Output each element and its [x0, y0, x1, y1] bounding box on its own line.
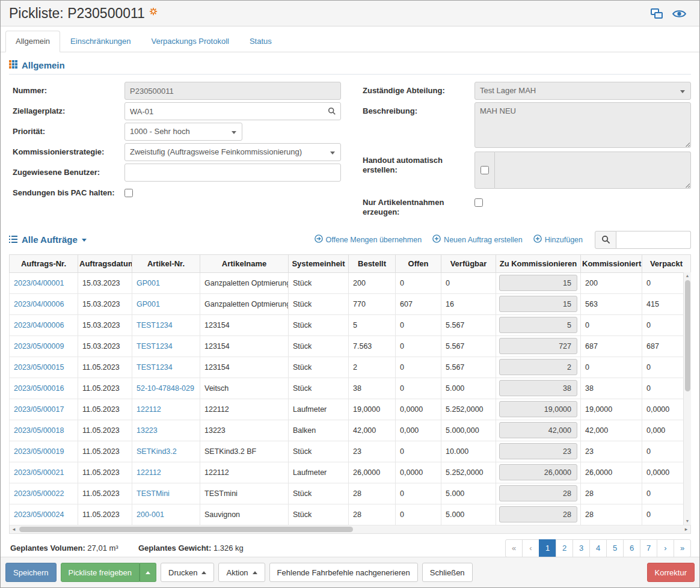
offene-mengen-uebernehmen-link[interactable]: Offene Mengen übernehmen: [315, 234, 422, 245]
search-icon[interactable]: [328, 107, 336, 117]
order-cell: 2023/05/00022: [10, 483, 78, 504]
scroll-up-icon[interactable]: ▲: [684, 272, 691, 280]
tab-verpackungs-protokoll[interactable]: Verpackungs Protokoll: [141, 31, 239, 52]
prioritaet-select[interactable]: 1000 - Sehr hoch: [124, 123, 242, 141]
zu-kommissionieren-input[interactable]: [499, 317, 577, 333]
article-number-link[interactable]: GP001: [137, 300, 160, 308]
page-«[interactable]: «: [505, 539, 523, 557]
page-5[interactable]: 5: [606, 539, 624, 557]
zu-kommissionieren-input[interactable]: [499, 338, 577, 354]
article-number-link[interactable]: TESTMini: [137, 489, 170, 498]
article-number-link[interactable]: 122112: [137, 468, 161, 477]
release-caret-button[interactable]: [140, 563, 156, 582]
zu-kommissionieren-input[interactable]: [499, 422, 577, 438]
order-number-link[interactable]: 2023/04/00001: [14, 279, 64, 287]
order-cell: SETKind3.2 BF: [200, 441, 289, 462]
column-header-zu-kommissionieren[interactable]: Zu Kommissionieren: [496, 254, 581, 272]
zu-kommissionieren-input[interactable]: [499, 485, 577, 501]
zu-kommissionieren-input[interactable]: [499, 275, 577, 291]
tab-status[interactable]: Status: [239, 31, 282, 52]
handout-checkbox[interactable]: [480, 166, 489, 174]
page-›[interactable]: ›: [657, 539, 674, 557]
column-header-verpackt[interactable]: Verpackt: [642, 254, 691, 272]
column-header-artikel-nr[interactable]: Artikel-Nr.: [132, 254, 200, 272]
order-number-link[interactable]: 2023/04/00006: [14, 300, 64, 308]
korrektur-button[interactable]: Korrektur: [647, 563, 695, 582]
zu-kommissionieren-input[interactable]: [499, 380, 577, 396]
order-number-link[interactable]: 2023/05/00015: [14, 363, 64, 372]
zu-kommissionieren-input[interactable]: [499, 443, 577, 459]
artikelentnahmen-checkbox[interactable]: [474, 198, 483, 207]
order-number-link[interactable]: 2023/05/00019: [14, 447, 64, 456]
page-‹[interactable]: ‹: [522, 539, 539, 557]
pac-checkbox[interactable]: [124, 189, 133, 197]
order-number-link[interactable]: 2023/05/00022: [14, 489, 64, 498]
scroll-down-icon[interactable]: ▼: [684, 518, 691, 525]
tab-einschr-nkungen[interactable]: Einschränkungen: [60, 31, 141, 52]
order-number-link[interactable]: 2023/05/00017: [14, 405, 64, 414]
horizontal-scrollbar-thumb[interactable]: [19, 527, 353, 532]
column-header-bestellt[interactable]: Bestellt: [349, 254, 396, 272]
zu-kommissionieren-input[interactable]: [499, 359, 577, 375]
vertical-scrollbar[interactable]: ▲ ▼: [683, 272, 691, 525]
zu-kommissionieren-input[interactable]: [499, 296, 577, 312]
regenerate-button[interactable]: Fehlende Fahrbefehle nachgenerieren: [269, 563, 418, 582]
column-header-kommissioniert[interactable]: Kommissioniert: [581, 254, 642, 272]
article-number-link[interactable]: 200-001: [137, 510, 164, 519]
neuen-auftrag-erstellen-link[interactable]: Neuen Auftrag erstellen: [432, 234, 523, 245]
column-header-artikelname[interactable]: Artikelname: [200, 254, 289, 272]
benutzer-label: Zugewiesene Benutzer:: [9, 164, 124, 177]
article-number-link[interactable]: TEST1234: [137, 321, 173, 329]
scroll-right-icon[interactable]: ▸: [682, 525, 690, 533]
page-3[interactable]: 3: [573, 539, 590, 557]
article-number-link[interactable]: SETKind3.2: [137, 447, 177, 456]
article-number-link[interactable]: TEST1234: [137, 342, 173, 351]
order-number-link[interactable]: 2023/05/00021: [14, 468, 64, 477]
order-cell: 2023/05/00024: [10, 504, 78, 525]
column-header-verf-gbar[interactable]: Verfügbar: [441, 254, 496, 272]
gear-icon[interactable]: [149, 7, 158, 17]
orders-dropdown[interactable]: Alle Aufträge: [9, 234, 87, 245]
page-7[interactable]: 7: [640, 539, 657, 557]
eye-icon[interactable]: [672, 9, 686, 19]
hinzufuegen-link[interactable]: Hinzufügen: [533, 234, 583, 245]
tab-allgemein[interactable]: Allgemein: [5, 31, 60, 52]
action-button[interactable]: Aktion: [218, 563, 265, 582]
page-2[interactable]: 2: [556, 539, 573, 557]
vertical-scrollbar-thumb[interactable]: [685, 280, 690, 391]
order-number-link[interactable]: 2023/05/00018: [14, 426, 64, 435]
release-button[interactable]: Pickliste freigeben: [61, 563, 140, 582]
horizontal-scrollbar[interactable]: ◂ ▸: [9, 525, 691, 534]
page-»[interactable]: »: [674, 539, 691, 557]
column-header-auftragsdatum[interactable]: Auftragsdatum: [78, 254, 132, 272]
article-number-link[interactable]: 13223: [137, 426, 158, 435]
order-number-link[interactable]: 2023/05/00009: [14, 342, 64, 351]
search-button[interactable]: [595, 231, 616, 249]
print-button[interactable]: Drucken: [161, 563, 214, 582]
orders-search-input[interactable]: [616, 231, 691, 249]
save-button[interactable]: Speichern: [5, 563, 57, 582]
ziellagerplatz-field[interactable]: [124, 102, 341, 120]
zu-kommissionieren-input[interactable]: [499, 464, 577, 480]
page-4[interactable]: 4: [589, 539, 607, 557]
column-header-offen[interactable]: Offen: [396, 254, 441, 272]
zugewiesene-benutzer-field[interactable]: [124, 164, 341, 182]
order-cell: Stück: [289, 378, 349, 399]
order-number-link[interactable]: 2023/05/00016: [14, 384, 64, 393]
order-number-link[interactable]: 2023/04/00006: [14, 321, 64, 329]
article-number-link[interactable]: 122112: [137, 405, 161, 414]
column-header-systemeinheit[interactable]: Systemeinheit: [289, 254, 349, 272]
zu-kommissionieren-input[interactable]: [499, 401, 577, 417]
article-number-link[interactable]: GP001: [137, 279, 160, 287]
column-header-auftrags-nr[interactable]: Auftrags-Nr.: [10, 254, 78, 272]
kommissionierstrategie-select[interactable]: Zweistufig (Auftragsweise Feinkommission…: [124, 143, 341, 161]
article-number-link[interactable]: TEST1234: [137, 363, 173, 372]
dual-window-icon[interactable]: [651, 8, 663, 19]
article-number-link[interactable]: 52-10-47848-029: [137, 384, 194, 393]
close-button[interactable]: Schließen: [422, 563, 473, 582]
page-1[interactable]: 1: [539, 539, 556, 557]
zu-kommissionieren-input[interactable]: [499, 506, 577, 522]
order-number-link[interactable]: 2023/05/00024: [14, 510, 64, 519]
page-6[interactable]: 6: [623, 539, 640, 557]
scroll-left-icon[interactable]: ◂: [10, 525, 18, 533]
